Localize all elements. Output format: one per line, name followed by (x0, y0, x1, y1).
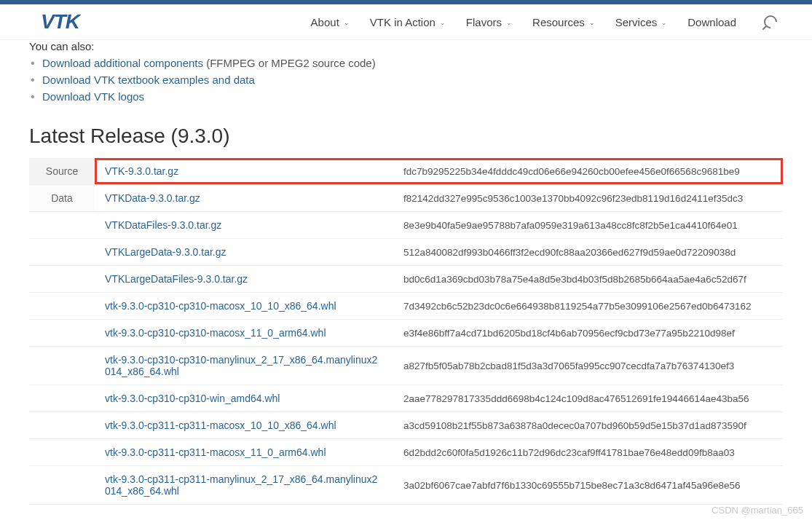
table-row: vtk-9.3.0-cp310-cp310-win_amd64.whl2aae7… (29, 385, 783, 412)
row-file: VTKLargeDataFiles-9.3.0.tar.gz (95, 266, 393, 293)
table-row: SourceVTK-9.3.0.tar.gzfdc7b9295225b34e4f… (29, 158, 783, 185)
release-heading: Latest Release (9.3.0) (29, 125, 783, 148)
extra-link[interactable]: Download additional components (42, 57, 203, 69)
row-hash: 7d3492cb6c52b23dc0c6e664938b8119254a77b5… (393, 293, 783, 320)
extra-link-suffix: (FFMPEG or MPEG2 source code) (203, 57, 376, 69)
download-link[interactable]: vtk-9.3.0-cp310-cp310-macosx_11_0_arm64.… (105, 327, 326, 339)
row-hash: e3f4e86bff7a4cd71bd6205bd18cf4b6ab70956e… (393, 320, 783, 347)
table-row: vtk-9.3.0-cp310-cp310-manylinux_2_17_x86… (29, 347, 783, 385)
row-file: VTKData-9.3.0.tar.gz (95, 185, 393, 212)
download-link[interactable]: VTKLargeDataFiles-9.3.0.tar.gz (105, 273, 248, 285)
download-link[interactable]: vtk-9.3.0-cp311-cp311-macosx_11_0_arm64.… (105, 446, 326, 458)
row-hash: 512a840082df993b0466ff3f2ecd90fc88aa2036… (393, 239, 783, 266)
downloads-table: SourceVTK-9.3.0.tar.gzfdc7b9295225b34e4f… (29, 158, 783, 505)
row-file: VTKLargeData-9.3.0.tar.gz (95, 239, 393, 266)
row-category (29, 412, 95, 439)
table-row: vtk-9.3.0-cp310-cp310-macosx_10_10_x86_6… (29, 293, 783, 320)
row-hash: 6d2bdd2c60f0fa5d1926c11b72d96dc23caf9ff4… (393, 439, 783, 466)
row-hash: 8e3e9b40fa5e9ae95788b7afa0959e319a613a48… (393, 212, 783, 239)
chevron-down-icon: ⌄ (661, 19, 667, 26)
row-file: vtk-9.3.0-cp311-cp311-macosx_11_0_arm64.… (95, 439, 393, 466)
chevron-down-icon: ⌄ (440, 19, 446, 26)
row-category (29, 293, 95, 320)
download-link[interactable]: VTKData-9.3.0.tar.gz (105, 192, 200, 204)
main-nav: About⌄VTK in Action⌄Flavors⌄Resources⌄Se… (311, 15, 777, 28)
row-file: vtk-9.3.0-cp310-cp310-win_amd64.whl (95, 385, 393, 412)
row-hash: fdc7b9295225b34e4fdddc49cd06e66e94260cb0… (393, 158, 783, 185)
page-content: You can also: Download additional compon… (0, 40, 812, 519)
row-file: vtk-9.3.0-cp311-cp311-manylinux_2_17_x86… (95, 466, 393, 505)
nav-item-label: About (311, 16, 339, 28)
nav-item-label: Resources (532, 16, 585, 28)
row-category (29, 385, 95, 412)
extra-link-item: Download VTK logos (29, 90, 783, 103)
download-link[interactable]: VTKDataFiles-9.3.0.tar.gz (105, 219, 221, 231)
nav-item-label: Services (615, 16, 658, 28)
row-category (29, 266, 95, 293)
table-row: vtk-9.3.0-cp311-cp311-manylinux_2_17_x86… (29, 466, 783, 505)
row-category (29, 466, 95, 505)
table-row: VTKDataFiles-9.3.0.tar.gz8e3e9b40fa5e9ae… (29, 212, 783, 239)
download-link[interactable]: vtk-9.3.0-cp310-cp310-macosx_10_10_x86_6… (105, 300, 336, 312)
row-file: vtk-9.3.0-cp310-cp310-macosx_11_0_arm64.… (95, 320, 393, 347)
chevron-down-icon: ⌄ (506, 19, 512, 26)
site-header: VTK About⌄VTK in Action⌄Flavors⌄Resource… (0, 4, 812, 40)
row-hash: f82142dd327e995c9536c1003e1370bb4092c96f… (393, 185, 783, 212)
download-link[interactable]: vtk-9.3.0-cp310-cp310-win_amd64.whl (105, 393, 280, 404)
download-link[interactable]: vtk-9.3.0-cp311-cp311-manylinux_2_17_x86… (105, 473, 377, 497)
nav-item-download[interactable]: Download (687, 16, 736, 28)
row-category: Data (29, 185, 95, 212)
nav-item-label: Flavors (466, 16, 502, 28)
row-category (29, 439, 95, 466)
row-file: vtk-9.3.0-cp310-cp310-macosx_10_10_x86_6… (95, 293, 393, 320)
chevron-down-icon: ⌄ (589, 19, 595, 26)
nav-item-vtk-in-action[interactable]: VTK in Action⌄ (370, 16, 446, 28)
row-file: VTK-9.3.0.tar.gz (95, 158, 393, 185)
row-file: VTKDataFiles-9.3.0.tar.gz (95, 212, 393, 239)
row-hash: bd0c6d1a369cbd03b78a75e4a8d5e3bd4b03f5d8… (393, 266, 783, 293)
search-icon[interactable] (761, 12, 779, 31)
download-link[interactable]: vtk-9.3.0-cp310-cp310-manylinux_2_17_x86… (105, 354, 377, 377)
extra-link-item: Download VTK textbook examples and data (29, 74, 783, 86)
table-row: vtk-9.3.0-cp310-cp310-macosx_11_0_arm64.… (29, 320, 783, 347)
extra-link-item: Download additional components (FFMPEG o… (29, 57, 783, 69)
table-row: vtk-9.3.0-cp311-cp311-macosx_11_0_arm64.… (29, 439, 783, 466)
table-row: DataVTKData-9.3.0.tar.gzf82142dd327e995c… (29, 185, 783, 212)
logo[interactable]: VTK (41, 10, 101, 34)
extra-link[interactable]: Download VTK textbook examples and data (42, 74, 255, 86)
table-row: VTKLargeData-9.3.0.tar.gz512a840082df993… (29, 239, 783, 266)
row-hash: 2aae778297817335ddd6698b4c124c109d8ac476… (393, 385, 783, 412)
download-link[interactable]: vtk-9.3.0-cp311-cp311-macosx_10_10_x86_6… (105, 419, 336, 431)
chevron-down-icon: ⌄ (344, 19, 350, 26)
nav-item-flavors[interactable]: Flavors⌄ (466, 16, 512, 28)
row-category (29, 239, 95, 266)
nav-item-services[interactable]: Services⌄ (615, 16, 668, 28)
download-link[interactable]: VTK-9.3.0.tar.gz (105, 165, 178, 177)
row-hash: a3cd59108b21f55b873a63878a0decec0a707bd9… (393, 412, 783, 439)
row-category (29, 212, 95, 239)
row-file: vtk-9.3.0-cp310-cp310-manylinux_2_17_x86… (95, 347, 393, 385)
nav-item-about[interactable]: About⌄ (311, 16, 350, 28)
extra-links-list: Download additional components (FFMPEG o… (29, 57, 783, 103)
nav-item-label: VTK in Action (370, 16, 435, 28)
download-link[interactable]: VTKLargeData-9.3.0.tar.gz (105, 246, 226, 258)
nav-item-resources[interactable]: Resources⌄ (532, 16, 595, 28)
intro-fragment: You can also: (29, 40, 783, 52)
row-category: Source (29, 158, 95, 185)
row-category (29, 347, 95, 385)
extra-link[interactable]: Download VTK logos (42, 90, 144, 103)
row-category (29, 320, 95, 347)
row-hash: 3a02bf6067cae7abfd7f6b1330c69555b715be8e… (393, 466, 783, 505)
table-row: vtk-9.3.0-cp311-cp311-macosx_10_10_x86_6… (29, 412, 783, 439)
row-file: vtk-9.3.0-cp311-cp311-macosx_10_10_x86_6… (95, 412, 393, 439)
row-hash: a827fb5f05ab78b2cbad81f5d3a3d7065fa995cc… (393, 347, 783, 385)
table-row: VTKLargeDataFiles-9.3.0.tar.gzbd0c6d1a36… (29, 266, 783, 293)
nav-item-label: Download (687, 16, 736, 28)
